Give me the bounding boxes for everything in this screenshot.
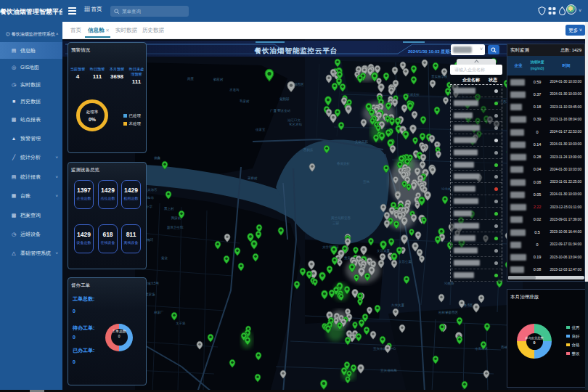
svg-text:毛家村: 毛家村 [239, 99, 250, 104]
svg-text:化艺术馆: 化艺术馆 [289, 122, 303, 126]
svg-text:香湖天虹: 香湖天虹 [337, 161, 351, 166]
svg-text:宜筑: 宜筑 [363, 180, 370, 184]
svg-text:桂林警察西区: 桂林警察西区 [438, 310, 459, 314]
svg-text:佳家宝: 佳家宝 [255, 128, 266, 131]
svg-text:林家厂: 林家厂 [153, 310, 164, 314]
svg-text:紫荆园: 紫荆园 [279, 97, 290, 101]
svg-text:宜兴措税局: 宜兴措税局 [380, 369, 397, 372]
svg-text:广厦 鄂水全站: 广厦 鄂水全站 [270, 108, 291, 113]
svg-text:汕江口文: 汕江口文 [287, 118, 301, 122]
svg-text:紫金: 紫金 [161, 256, 168, 260]
svg-text:太子坚: 太子坚 [176, 322, 186, 325]
svg-text:周兰鸟郓宝西: 周兰鸟郓宝西 [331, 216, 351, 220]
svg-text:水道沟: 水道沟 [229, 88, 240, 91]
svg-text:文昌公寓: 文昌公寓 [399, 260, 412, 264]
svg-text:三园: 三园 [332, 221, 339, 225]
svg-text:餐饮油烟智能监控云平台: 餐饮油烟智能监控云平台 [254, 46, 338, 54]
svg-text:西刹乐: 西刹乐 [303, 147, 314, 152]
svg-text:梅珂: 梅珂 [147, 237, 154, 242]
svg-text:天鹅花苑: 天鹅花苑 [355, 140, 369, 144]
svg-text:新派卫生院: 新派卫生院 [167, 225, 184, 229]
